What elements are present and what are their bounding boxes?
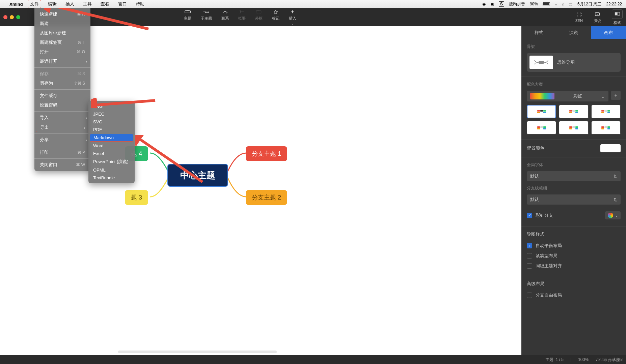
format-button[interactable]: 格式 bbox=[612, 9, 623, 25]
menu-item-打开[interactable]: 打开⌘ O bbox=[34, 47, 90, 57]
structure-thumb-icon bbox=[529, 56, 553, 69]
theme-swatch-5[interactable] bbox=[559, 121, 588, 134]
time-label: 22:22:22 bbox=[606, 2, 622, 6]
menu-item-另存为[interactable]: 另存为⇧⌘ S bbox=[34, 79, 90, 88]
rainbow-branch-checkbox[interactable] bbox=[527, 213, 532, 218]
same-level-checkbox[interactable] bbox=[527, 263, 532, 269]
skeleton-label: 骨架 bbox=[527, 44, 621, 50]
free-branch-checkbox[interactable] bbox=[527, 293, 532, 298]
zen-button[interactable]: ZEN bbox=[575, 12, 583, 23]
topic-button[interactable]: 主题 bbox=[184, 9, 191, 25]
export-option-png[interactable]: PNG bbox=[88, 102, 135, 110]
export-option-excel[interactable]: Excel bbox=[88, 150, 135, 157]
ime-icon[interactable]: S bbox=[499, 1, 504, 7]
rainbow-branch-label: 彩虹分支 bbox=[536, 212, 553, 218]
menu-view[interactable]: 查看 bbox=[99, 0, 111, 8]
menu-item-导入[interactable]: 导入 bbox=[34, 113, 90, 122]
export-option-svg[interactable]: SVG bbox=[88, 118, 135, 126]
theme-swatch-3[interactable] bbox=[591, 105, 621, 118]
relationship-button[interactable]: 联系 bbox=[221, 9, 229, 25]
battery-icon[interactable] bbox=[543, 2, 550, 6]
export-option-opml[interactable]: OPML bbox=[88, 166, 135, 174]
menu-item-快速新建[interactable]: 快速新建⌘ N bbox=[34, 9, 90, 19]
date-label: 6月12日 周三 bbox=[577, 1, 601, 7]
theme-swatch-2[interactable] bbox=[559, 105, 588, 118]
structure-selector[interactable]: 思维导图 bbox=[527, 53, 621, 72]
status-bar: 主题: 1 / 5 | 100%⌄ | 大纲 bbox=[0, 355, 626, 364]
structure-name: 思维导图 bbox=[557, 59, 614, 65]
insert-button[interactable]: 插入⌄ bbox=[289, 9, 296, 25]
spotlight-icon[interactable]: ⌕ bbox=[562, 2, 564, 6]
window-traffic-lights[interactable] bbox=[3, 15, 20, 19]
theme-swatch-6[interactable] bbox=[591, 121, 621, 134]
control-center-icon[interactable]: ⚎ bbox=[569, 2, 573, 6]
menu-edit[interactable]: 编辑 bbox=[46, 0, 59, 8]
export-submenu: PNGJPEGSVGPDFMarkdownWordExcelPowerPoint… bbox=[88, 101, 135, 183]
rainbow-wheel-icon bbox=[608, 213, 613, 218]
auto-balance-checkbox[interactable] bbox=[527, 243, 532, 248]
marker-button[interactable]: 标记 bbox=[272, 9, 279, 25]
add-palette-button[interactable]: + bbox=[611, 91, 621, 100]
summary-button[interactable]: 概要 bbox=[238, 9, 246, 25]
updown-icon: ⇅ bbox=[614, 174, 617, 179]
palette-label: 配色方案 bbox=[527, 82, 621, 87]
theme-swatch-4[interactable] bbox=[527, 121, 556, 134]
center-topic-node[interactable]: 中心主题 bbox=[167, 164, 228, 187]
tab-canvas[interactable]: 画布 bbox=[591, 26, 626, 39]
wifi-icon[interactable]: ⌵ bbox=[555, 2, 557, 6]
pitch-button[interactable]: 演说 bbox=[594, 11, 601, 23]
zoom-level[interactable]: 100% bbox=[578, 357, 589, 362]
maximize-window-icon[interactable] bbox=[16, 15, 20, 19]
bgcolor-swatch[interactable] bbox=[600, 144, 621, 152]
menu-item-导出[interactable]: 导出 bbox=[36, 123, 89, 132]
menu-item-新建[interactable]: 新建 bbox=[34, 19, 90, 28]
menu-window[interactable]: 窗口 bbox=[116, 0, 129, 8]
updown-icon: ⇅ bbox=[614, 197, 617, 202]
branchwidth-selector[interactable]: 默认 ⇅ bbox=[527, 194, 621, 205]
menu-item-新建标签页[interactable]: 新建标签页⌘ T bbox=[34, 38, 90, 47]
menu-item-关闭窗口[interactable]: 关闭窗口⌘ W bbox=[34, 160, 90, 170]
menu-item-文件缓存[interactable]: 文件缓存 bbox=[34, 91, 90, 100]
export-option-textbundle[interactable]: TextBundle bbox=[88, 174, 135, 182]
export-option-jpeg[interactable]: JPEG bbox=[88, 110, 135, 118]
palette-selector[interactable]: 彩虹 bbox=[527, 91, 608, 101]
export-option-powerpoint (演说)[interactable]: PowerPoint (演说) bbox=[88, 157, 135, 166]
menu-file[interactable]: 文件 bbox=[28, 0, 41, 8]
export-option-pdf[interactable]: PDF bbox=[88, 126, 135, 133]
branch-topic-3-node[interactable]: 题 3 bbox=[125, 190, 148, 205]
minimize-window-icon[interactable] bbox=[10, 15, 14, 19]
wechat-icon[interactable]: ◉ bbox=[482, 2, 486, 6]
horizontal-scrollbar[interactable] bbox=[118, 351, 277, 353]
branch-topic-1-node[interactable]: 分支主题 1 bbox=[246, 146, 287, 161]
auto-balance-label: 自动平衡布局 bbox=[536, 243, 562, 249]
export-option-markdown[interactable]: Markdown bbox=[90, 134, 133, 142]
menu-tools[interactable]: 工具 bbox=[81, 0, 94, 8]
menu-item-最近打开[interactable]: 最近打开 bbox=[34, 57, 90, 66]
export-option-word[interactable]: Word bbox=[88, 142, 135, 150]
boundary-button[interactable]: 外框 bbox=[255, 9, 263, 25]
menu-item-从图库中新建[interactable]: 从图库中新建 bbox=[34, 28, 90, 38]
menu-item-打印[interactable]: 打印⌘ P bbox=[34, 148, 90, 157]
branch-topic-2-node[interactable]: 分支主题 2 bbox=[246, 190, 287, 205]
close-window-icon[interactable] bbox=[3, 15, 7, 19]
svg-rect-5 bbox=[618, 12, 620, 15]
menu-help[interactable]: 帮助 bbox=[134, 0, 146, 8]
menu-item-保存[interactable]: 保存⌘ S bbox=[34, 69, 90, 79]
subtopic-button[interactable]: 子主题 bbox=[201, 9, 212, 25]
battery-percent: 90% bbox=[530, 2, 538, 6]
globalfont-selector[interactable]: 默认 ⇅ bbox=[527, 171, 621, 181]
tab-pitch[interactable]: 演说 bbox=[556, 26, 591, 39]
menu-item-分享[interactable]: 分享 bbox=[34, 135, 90, 145]
palette-gradient-icon bbox=[530, 93, 554, 99]
toolbar-center-group: 主题 子主题 联系 概要 外框 标记 插入⌄ bbox=[184, 9, 296, 25]
display-icon[interactable]: ▣ bbox=[490, 2, 494, 6]
tab-style[interactable]: 样式 bbox=[521, 26, 556, 39]
app-name[interactable]: Xmind bbox=[9, 2, 23, 7]
compact-checkbox[interactable] bbox=[527, 253, 532, 259]
rainbow-color-picker[interactable]: ⌄ bbox=[605, 211, 621, 219]
menu-item-设置密码[interactable]: 设置密码 bbox=[34, 100, 90, 110]
svg-rect-4 bbox=[615, 12, 617, 15]
theme-swatch-1[interactable] bbox=[527, 105, 556, 118]
macos-menubar: Xmind 文件 编辑 插入 工具 查看 窗口 帮助 ◉ ▣ S 搜狗拼音 90… bbox=[0, 0, 626, 8]
menu-insert[interactable]: 插入 bbox=[63, 0, 76, 8]
